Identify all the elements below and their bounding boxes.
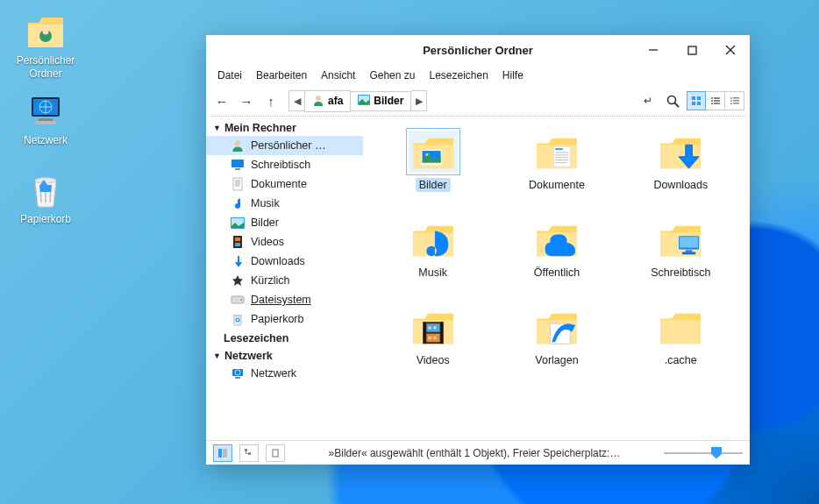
folder-dokumente[interactable]: Dokumente [504,131,609,192]
svg-rect-24 [711,100,713,102]
path-label: Bilder [374,95,403,107]
menu-bearbeiten[interactable]: Bearbeiten [250,67,313,84]
sidebar-item-downloads[interactable]: Downloads [206,252,363,271]
path-prev-button[interactable]: ◀ [288,90,304,111]
svg-rect-82 [248,452,251,455]
folder-label: Videos [413,353,453,367]
path-next-button[interactable]: ▶ [411,90,427,111]
svg-point-16 [667,96,675,103]
svg-rect-19 [697,96,701,100]
downloads-icon [231,254,245,268]
svg-point-28 [730,97,732,99]
pathbar: ◀ afa Bilder ▶ [288,90,427,112]
desktop-icon-trash[interactable]: Papierkorb [11,171,81,226]
svg-rect-27 [714,103,720,104]
folder--cache[interactable]: .cache [628,306,733,367]
home-folder-icon [26,12,65,51]
folder-videos[interactable]: Videos [381,306,486,367]
view-compact-button[interactable] [725,91,744,110]
sidebar-group-header[interactable]: Lesezeichen [206,329,363,346]
back-button[interactable]: ← [211,90,232,111]
sidebar-item-label: Papierkorb [251,313,303,325]
sidebar-item-bilder[interactable]: Bilder [206,213,363,232]
content-area[interactable]: Bilder Dokumente Downloads Musik Öffentl… [364,117,750,440]
toolbar: ← → ↑ ◀ afa Bilder ▶ ↵ [206,86,750,116]
desktop-icon-home[interactable]: Persönlicher Ordner [11,12,81,81]
network-icon [26,92,65,131]
svg-rect-67 [680,237,698,247]
svg-rect-72 [440,322,443,344]
sidebar-item-dokumente[interactable]: Dokumente [206,174,363,194]
folder-icon [532,306,581,348]
sidebar-hide-button[interactable] [266,444,285,462]
sidebar-item-videos[interactable]: Videos [206,232,363,252]
view-list-button[interactable] [706,91,725,110]
menu-hilfe[interactable]: Hilfe [496,67,530,84]
menu-ansicht[interactable]: Ansicht [315,67,361,84]
svg-point-76 [433,326,437,330]
svg-rect-79 [218,449,222,458]
folder-label: Öffentlich [531,266,584,280]
sidebar-item-dateisystem[interactable]: Dateisystem [206,290,363,309]
folder--ffentlich[interactable]: Öffentlich [504,218,609,280]
svg-rect-5 [35,121,56,124]
close-button[interactable] [711,35,750,65]
sidebar-places-button[interactable] [213,444,232,462]
folder-icon [409,131,458,173]
sidebar-item-label: Persönlicher … [251,139,325,152]
maximize-button[interactable] [673,35,711,65]
sidebar-item-musik[interactable]: Musik [206,194,363,213]
view-icons-button[interactable] [687,91,706,110]
desktop-icon-label: Persönlicher Ordner [11,54,81,81]
up-button[interactable]: ↑ [260,90,281,111]
desktop-icon-network[interactable]: Netzwerk [11,92,81,147]
sidebar-group-header[interactable]: ▼Mein Rechner [206,118,363,136]
folder-schreibtisch[interactable]: Schreibtisch [628,218,733,280]
sidebar-tree-button[interactable] [239,444,259,462]
svg-point-75 [428,326,431,330]
folder-musik[interactable]: Musik [381,218,486,280]
sidebar-item-label: Musik [251,197,280,209]
svg-point-77 [428,337,431,340]
path-segment-home[interactable]: afa [304,90,351,112]
folder-icon [656,306,705,348]
menu-lesezeichen[interactable]: Lesezeichen [423,67,494,84]
zoom-slider[interactable] [664,451,743,456]
minimize-button[interactable] [634,35,673,65]
sidebar-item-label: Videos [251,236,284,248]
folder-label: Dokumente [525,178,588,192]
sidebar-item-label: Bilder [251,217,279,229]
sidebar-item-netzwerk[interactable]: Netzwerk [206,364,363,383]
svg-rect-68 [686,250,693,252]
svg-rect-9 [688,46,696,54]
menu-datei[interactable]: Datei [211,67,248,84]
path-segment-bilder[interactable]: Bilder [351,91,411,111]
sidebar-item-schreibtisch[interactable]: Schreibtisch [206,155,363,174]
sidebar: ▼Mein RechnerPersönlicher …SchreibtischD… [206,117,364,440]
svg-rect-25 [714,100,720,102]
titlebar[interactable]: Persönlicher Ordner [206,35,750,65]
svg-rect-31 [733,100,739,102]
sidebar-item-label: Downloads [251,255,305,267]
folder-vorlagen[interactable]: Vorlagen [504,306,609,367]
svg-rect-18 [692,96,695,100]
statusbar: »Bilder« ausgewählt (enthält 1 Objekt), … [206,440,750,465]
svg-rect-54 [235,377,240,379]
toggle-path-button[interactable]: ↵ [637,90,659,111]
sidebar-item-k-rzlich[interactable]: Kürzlich [206,271,363,290]
sidebar-item-label: Dokumente [251,178,307,190]
user-icon [231,138,245,153]
search-button[interactable] [662,90,683,111]
folder-bilder[interactable]: Bilder [381,131,486,192]
sidebar-group-header[interactable]: ▼Netzwerk [206,346,363,364]
svg-rect-4 [39,118,53,121]
folder-downloads[interactable]: Downloads [628,131,733,192]
sidebar-item-pers-nlicher-[interactable]: Persönlicher … [206,136,363,155]
forward-button[interactable]: → [236,90,257,111]
svg-point-44 [233,219,236,222]
folder-label: Downloads [650,178,711,192]
sidebar-item-papierkorb[interactable]: Papierkorb [206,309,363,329]
menu-gehen-zu[interactable]: Gehen zu [363,67,421,84]
pictures-icon [358,95,370,108]
path-label: afa [328,95,343,107]
